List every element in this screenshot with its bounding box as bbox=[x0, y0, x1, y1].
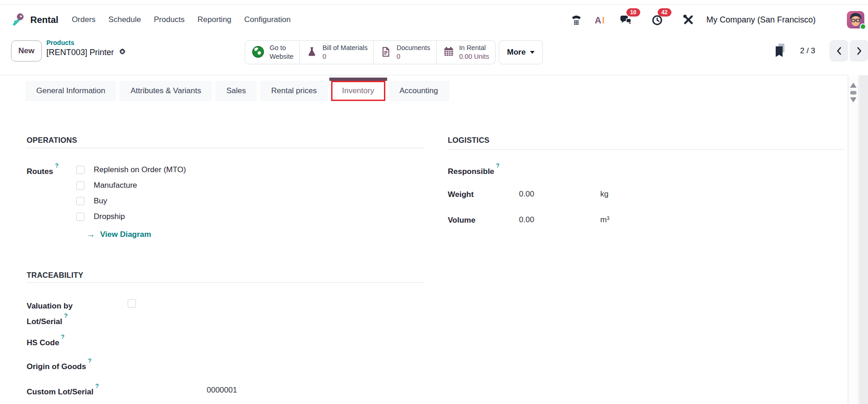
scroll-down-arrow-icon[interactable] bbox=[850, 97, 857, 102]
bill-of-materials-button[interactable]: Bill of Materials 0 bbox=[300, 40, 374, 64]
custom-lot-serial-value-input[interactable]: 0000001 bbox=[207, 386, 237, 395]
notebook-tabs: General Information Attributes & Variant… bbox=[25, 81, 449, 101]
breadcrumb: Products [RENT003] Printer bbox=[46, 39, 127, 58]
route-option-dropship[interactable]: Dropship bbox=[94, 212, 125, 221]
main-menu: Orders Schedule Products Reporting Confi… bbox=[72, 15, 291, 24]
hs-code-field-label: HS Code? bbox=[27, 337, 64, 348]
arrow-right-icon: → bbox=[86, 230, 95, 240]
menu-orders[interactable]: Orders bbox=[72, 15, 96, 24]
help-icon[interactable]: ? bbox=[55, 163, 59, 169]
route-option-buy[interactable]: Buy bbox=[94, 196, 107, 206]
smart-button-value: 0 bbox=[322, 52, 367, 61]
activities-count-badge[interactable]: 42 bbox=[658, 8, 671, 17]
user-menu[interactable] bbox=[847, 11, 864, 28]
previous-record-button[interactable] bbox=[829, 40, 848, 62]
tab-rental-prices[interactable]: Rental prices bbox=[260, 81, 327, 101]
svg-text:A: A bbox=[595, 15, 601, 25]
in-rental-button[interactable]: In Rental 0.00 Units bbox=[437, 40, 496, 64]
logistics-divider bbox=[448, 149, 844, 150]
smart-button-label: Documents bbox=[396, 44, 430, 52]
globe-icon bbox=[251, 45, 265, 60]
help-icon[interactable]: ? bbox=[95, 383, 99, 389]
gear-actions-icon[interactable] bbox=[118, 47, 127, 58]
route-checkbox-manufacture[interactable] bbox=[76, 181, 85, 190]
scroll-up-arrow-icon[interactable] bbox=[850, 83, 857, 88]
route-option-manufacture[interactable]: Manufacture bbox=[94, 181, 137, 190]
tab-inventory-active[interactable]: Inventory bbox=[331, 81, 385, 101]
menu-configuration[interactable]: Configuration bbox=[244, 15, 291, 24]
custom-lot-serial-field-label: Custom Lot/Serial? bbox=[27, 386, 99, 397]
menu-reporting[interactable]: Reporting bbox=[197, 15, 231, 24]
vertical-scrollbar[interactable] bbox=[848, 75, 859, 404]
route-checkbox-dropship[interactable] bbox=[76, 213, 85, 221]
smart-button-label: In Rental bbox=[459, 44, 489, 52]
help-icon[interactable]: ? bbox=[64, 313, 68, 319]
routes-field-label: Routes? bbox=[27, 165, 58, 177]
operations-section-title: OPERATIONS bbox=[27, 136, 77, 145]
smart-button-value: 0.00 Units bbox=[459, 52, 489, 61]
responsible-field-label: Responsible? bbox=[448, 165, 500, 177]
go-to-website-button[interactable]: Go to Website bbox=[245, 40, 300, 64]
chevron-down-icon bbox=[530, 51, 535, 54]
top-navbar: Rental Orders Schedule Products Reportin… bbox=[0, 5, 868, 35]
tab-general-information[interactable]: General Information bbox=[25, 81, 116, 101]
traceability-section-title: TRACEABILITY bbox=[27, 271, 83, 280]
next-record-button[interactable] bbox=[850, 40, 868, 62]
valuation-field-label: Valuation by Lot/Serial? bbox=[27, 298, 93, 329]
route-option-mto[interactable]: Replenish on Order (MTO) bbox=[94, 165, 186, 174]
tab-attributes-variants[interactable]: Attributes & Variants bbox=[119, 81, 212, 101]
smart-button-value: 0 bbox=[396, 52, 430, 61]
document-icon bbox=[380, 46, 392, 59]
volume-value-input[interactable]: 0.00 bbox=[519, 215, 534, 224]
help-icon[interactable]: ? bbox=[496, 163, 500, 169]
more-label: More bbox=[507, 48, 526, 57]
rental-app-key-icon[interactable] bbox=[12, 13, 26, 27]
debug-tools-icon[interactable] bbox=[682, 13, 695, 27]
softphone-icon[interactable] bbox=[569, 13, 583, 27]
messages-icon[interactable]: 10 bbox=[619, 13, 633, 27]
new-button[interactable]: New bbox=[11, 40, 42, 62]
window-edge-strip bbox=[859, 75, 868, 404]
valuation-checkbox[interactable] bbox=[128, 299, 136, 308]
company-switcher[interactable]: My Company (San Francisco) bbox=[706, 15, 816, 25]
chevron-left-icon bbox=[835, 46, 843, 56]
online-status-dot bbox=[860, 23, 866, 30]
messages-count-badge[interactable]: 10 bbox=[626, 8, 640, 17]
record-pager bbox=[829, 40, 868, 62]
documents-button[interactable]: Documents 0 bbox=[374, 40, 436, 64]
breadcrumb-products-link[interactable]: Products bbox=[46, 39, 127, 46]
menu-schedule[interactable]: Schedule bbox=[108, 15, 141, 24]
operations-divider bbox=[27, 148, 425, 148]
traceability-divider bbox=[27, 282, 425, 283]
weight-value-input[interactable]: 0.00 bbox=[519, 190, 534, 199]
chevron-right-icon bbox=[856, 46, 863, 56]
svg-text:I: I bbox=[602, 15, 604, 25]
scrollbar-thumb[interactable] bbox=[850, 91, 857, 95]
pager-counter: 2 / 3 bbox=[800, 46, 815, 56]
menu-products[interactable]: Products bbox=[154, 15, 185, 24]
odoo-rental-product-page: Rental Orders Schedule Products Reportin… bbox=[0, 0, 868, 404]
tab-accounting[interactable]: Accounting bbox=[389, 81, 449, 101]
app-name[interactable]: Rental bbox=[30, 15, 58, 25]
origin-of-goods-field-label: Origin of Goods? bbox=[27, 360, 91, 372]
weight-unit: kg bbox=[600, 190, 609, 199]
smart-buttons: Go to Website Bill of Materials 0 bbox=[245, 40, 543, 64]
smart-button-label-line1: Go to bbox=[270, 44, 293, 52]
smart-button-label: Bill of Materials bbox=[322, 44, 367, 52]
route-checkbox-buy[interactable] bbox=[76, 197, 85, 205]
more-button[interactable]: More bbox=[499, 40, 543, 64]
logistics-section-title: LOGISTICS bbox=[448, 136, 490, 145]
volume-unit: m³ bbox=[600, 215, 609, 224]
navbar-systray: A I 10 42 bbox=[569, 5, 864, 35]
help-icon[interactable]: ? bbox=[88, 358, 91, 364]
tab-sales[interactable]: Sales bbox=[215, 81, 257, 101]
smart-button-label-line2: Website bbox=[270, 52, 293, 61]
volume-field-label: Volume bbox=[448, 215, 475, 225]
activities-clock-icon[interactable]: 42 bbox=[650, 13, 664, 27]
view-diagram-link[interactable]: → View Diagram bbox=[86, 230, 151, 240]
calendar-icon bbox=[443, 46, 455, 59]
route-checkbox-mto[interactable] bbox=[76, 166, 85, 174]
help-icon[interactable]: ? bbox=[61, 334, 65, 340]
bookmark-icon[interactable] bbox=[774, 43, 786, 59]
ai-icon[interactable]: A I bbox=[594, 13, 608, 27]
